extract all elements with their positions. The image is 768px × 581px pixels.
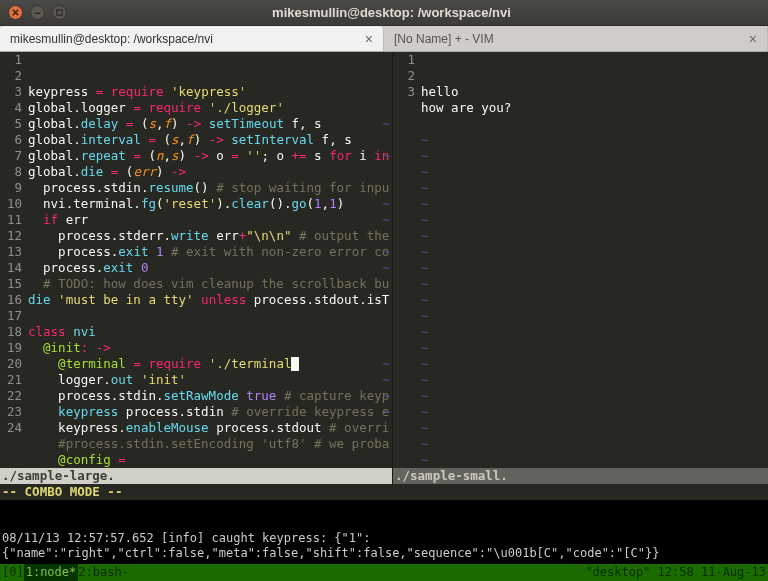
log-output: 08/11/13 12:57:57.652 [info] caught keyp… [0,500,768,564]
minimize-icon[interactable] [30,5,45,20]
terminal-tabbar: mikesmullin@desktop: /workspace/nvi × [N… [0,26,768,52]
tmux-clock: "desktop" 12:58 11-Aug-13 [585,564,766,581]
tab-label: mikesmullin@desktop: /workspace/nvi [10,32,365,46]
editor-panes: 123456789101112131415161718192021222324 … [0,52,768,484]
maximize-icon[interactable] [52,5,67,20]
tab-label: [No Name] + - VIM [394,32,749,46]
window-buttons [0,5,75,20]
line-number-gutter: 123456789101112131415161718192021222324 [0,52,28,468]
close-icon[interactable]: × [749,31,757,47]
log-line: 08/11/13 12:57:57.652 [info] caught keyp… [2,531,766,561]
tab-vim-noname[interactable]: [No Name] + - VIM × [384,26,768,51]
statusline-left: ./sample-large. [0,468,392,484]
close-icon[interactable]: × [365,31,373,47]
code-lines[interactable]: hellohow are you?~~~~~~~~~~~~~~~~~~~~~~~ [421,52,768,468]
right-pane[interactable]: 123 hellohow are you?~~~~~~~~~~~~~~~~~~~… [392,52,768,484]
tmux-window[interactable]: 2:bash- [78,564,129,581]
tmux-session: [0] [2,564,24,581]
window-title: mikesmullin@desktop: /workspace/nvi [75,5,768,20]
statusline-right: ./sample-small. [393,468,768,484]
tmux-statusbar[interactable]: [0] 1:node* 2:bash- "desktop" 12:58 11-A… [0,564,768,581]
vim-modeline: -- COMBO MODE -- [0,484,768,500]
line-number-gutter: 123 [393,52,421,468]
svg-rect-0 [57,10,62,15]
tab-workspace[interactable]: mikesmullin@desktop: /workspace/nvi × [0,26,384,51]
close-icon[interactable] [8,5,23,20]
left-pane[interactable]: 123456789101112131415161718192021222324 … [0,52,392,484]
tmux-window-active[interactable]: 1:node* [24,564,79,581]
code-lines[interactable]: keypress = require 'keypress'global.logg… [28,52,392,468]
window-titlebar: mikesmullin@desktop: /workspace/nvi [0,0,768,26]
